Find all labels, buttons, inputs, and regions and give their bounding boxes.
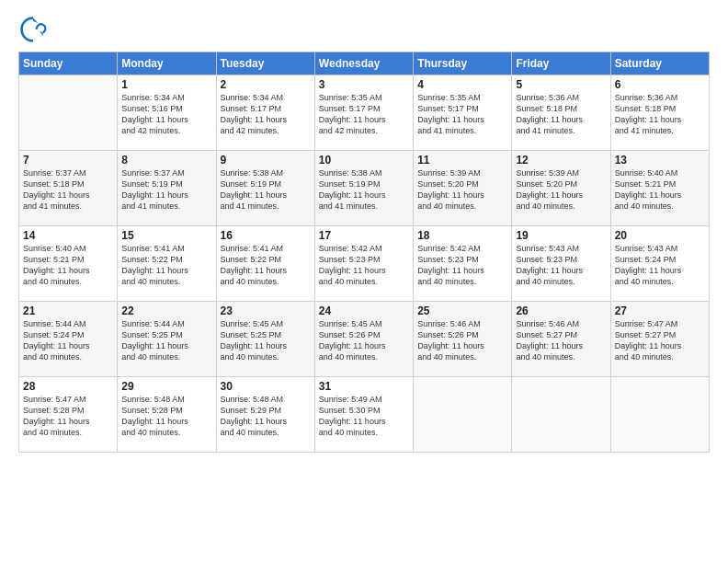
day-info: Sunrise: 5:46 AM Sunset: 5:26 PM Dayligh…: [417, 318, 507, 363]
calendar-cell: 3Sunrise: 5:35 AM Sunset: 5:17 PM Daylig…: [314, 75, 413, 151]
day-number: 19: [516, 229, 606, 242]
day-number: 10: [319, 154, 409, 167]
day-number: 11: [417, 154, 507, 167]
day-info: Sunrise: 5:40 AM Sunset: 5:21 PM Dayligh…: [23, 243, 113, 288]
day-info: Sunrise: 5:47 AM Sunset: 5:28 PM Dayligh…: [23, 394, 113, 439]
calendar-cell: [512, 377, 610, 453]
calendar-cell: 8Sunrise: 5:37 AM Sunset: 5:19 PM Daylig…: [118, 151, 216, 226]
calendar-cell: 28Sunrise: 5:47 AM Sunset: 5:28 PM Dayli…: [19, 377, 118, 453]
weekday-header-row: SundayMondayTuesdayWednesdayThursdayFrid…: [19, 52, 710, 75]
weekday-header-saturday: Saturday: [610, 52, 709, 75]
calendar-cell: 15Sunrise: 5:41 AM Sunset: 5:22 PM Dayli…: [118, 226, 216, 302]
day-info: Sunrise: 5:36 AM Sunset: 5:18 PM Dayligh…: [615, 92, 705, 137]
calendar-cell: 1Sunrise: 5:34 AM Sunset: 5:16 PM Daylig…: [118, 75, 216, 151]
day-number: 31: [319, 380, 409, 393]
day-number: 18: [417, 229, 507, 242]
weekday-header-thursday: Thursday: [414, 52, 512, 75]
calendar-cell: 24Sunrise: 5:45 AM Sunset: 5:26 PM Dayli…: [314, 302, 413, 377]
calendar-cell: [414, 377, 512, 453]
calendar-cell: 31Sunrise: 5:49 AM Sunset: 5:30 PM Dayli…: [314, 377, 413, 453]
day-number: 12: [516, 154, 606, 167]
day-number: 21: [23, 304, 113, 317]
day-info: Sunrise: 5:39 AM Sunset: 5:20 PM Dayligh…: [516, 167, 606, 213]
day-info: Sunrise: 5:34 AM Sunset: 5:16 PM Dayligh…: [121, 92, 211, 137]
day-number: 29: [121, 380, 211, 393]
day-info: Sunrise: 5:37 AM Sunset: 5:19 PM Dayligh…: [121, 167, 211, 213]
day-number: 16: [221, 229, 311, 242]
day-info: Sunrise: 5:48 AM Sunset: 5:28 PM Dayligh…: [121, 394, 211, 439]
day-number: 23: [221, 304, 311, 317]
day-info: Sunrise: 5:47 AM Sunset: 5:27 PM Dayligh…: [615, 318, 705, 363]
calendar-cell: 11Sunrise: 5:39 AM Sunset: 5:20 PM Dayli…: [414, 151, 512, 226]
day-number: 27: [615, 304, 705, 317]
day-info: Sunrise: 5:44 AM Sunset: 5:24 PM Dayligh…: [23, 318, 113, 363]
day-number: 4: [417, 78, 507, 91]
calendar-cell: 16Sunrise: 5:41 AM Sunset: 5:22 PM Dayli…: [216, 226, 314, 302]
day-info: Sunrise: 5:38 AM Sunset: 5:19 PM Dayligh…: [221, 167, 311, 213]
day-number: 26: [516, 304, 606, 317]
calendar-cell: 13Sunrise: 5:40 AM Sunset: 5:21 PM Dayli…: [610, 151, 709, 226]
day-number: 25: [417, 304, 507, 317]
day-info: Sunrise: 5:43 AM Sunset: 5:24 PM Dayligh…: [615, 243, 705, 288]
day-info: Sunrise: 5:38 AM Sunset: 5:19 PM Dayligh…: [319, 167, 409, 213]
day-number: 2: [221, 78, 311, 91]
day-info: Sunrise: 5:48 AM Sunset: 5:29 PM Dayligh…: [221, 394, 311, 439]
day-number: 15: [121, 229, 211, 242]
week-row-2: 7Sunrise: 5:37 AM Sunset: 5:18 PM Daylig…: [19, 151, 710, 226]
calendar-cell: 23Sunrise: 5:45 AM Sunset: 5:25 PM Dayli…: [216, 302, 314, 377]
day-number: 24: [319, 304, 409, 317]
day-number: 30: [221, 380, 311, 393]
day-number: 1: [121, 78, 211, 91]
logo-icon: [18, 15, 48, 44]
day-info: Sunrise: 5:35 AM Sunset: 5:17 PM Dayligh…: [417, 92, 507, 137]
day-info: Sunrise: 5:46 AM Sunset: 5:27 PM Dayligh…: [516, 318, 606, 363]
day-info: Sunrise: 5:44 AM Sunset: 5:25 PM Dayligh…: [121, 318, 211, 363]
week-row-3: 14Sunrise: 5:40 AM Sunset: 5:21 PM Dayli…: [19, 226, 710, 302]
day-number: 3: [319, 78, 409, 91]
weekday-header-wednesday: Wednesday: [314, 52, 413, 75]
logo: [18, 15, 51, 44]
calendar-cell: 5Sunrise: 5:36 AM Sunset: 5:18 PM Daylig…: [512, 75, 610, 151]
day-info: Sunrise: 5:42 AM Sunset: 5:23 PM Dayligh…: [417, 243, 507, 288]
calendar-cell: 22Sunrise: 5:44 AM Sunset: 5:25 PM Dayli…: [118, 302, 216, 377]
calendar-cell: 2Sunrise: 5:34 AM Sunset: 5:17 PM Daylig…: [216, 75, 314, 151]
day-number: 17: [319, 229, 409, 242]
calendar-cell: 6Sunrise: 5:36 AM Sunset: 5:18 PM Daylig…: [610, 75, 709, 151]
calendar-cell: [19, 75, 118, 151]
day-number: 5: [516, 78, 606, 91]
weekday-header-monday: Monday: [118, 52, 216, 75]
day-number: 7: [23, 154, 113, 167]
week-row-5: 28Sunrise: 5:47 AM Sunset: 5:28 PM Dayli…: [19, 377, 710, 453]
day-info: Sunrise: 5:41 AM Sunset: 5:22 PM Dayligh…: [121, 243, 211, 288]
week-row-4: 21Sunrise: 5:44 AM Sunset: 5:24 PM Dayli…: [19, 302, 710, 377]
day-number: 6: [615, 78, 705, 91]
day-info: Sunrise: 5:35 AM Sunset: 5:17 PM Dayligh…: [319, 92, 409, 137]
day-info: Sunrise: 5:45 AM Sunset: 5:25 PM Dayligh…: [221, 318, 311, 363]
day-number: 8: [121, 154, 211, 167]
calendar-cell: 18Sunrise: 5:42 AM Sunset: 5:23 PM Dayli…: [414, 226, 512, 302]
weekday-header-tuesday: Tuesday: [216, 52, 314, 75]
calendar-cell: 4Sunrise: 5:35 AM Sunset: 5:17 PM Daylig…: [414, 75, 512, 151]
day-number: 28: [23, 380, 113, 393]
header: [18, 15, 710, 44]
calendar-cell: 25Sunrise: 5:46 AM Sunset: 5:26 PM Dayli…: [414, 302, 512, 377]
day-info: Sunrise: 5:45 AM Sunset: 5:26 PM Dayligh…: [319, 318, 409, 363]
weekday-header-friday: Friday: [512, 52, 610, 75]
calendar-cell: 19Sunrise: 5:43 AM Sunset: 5:23 PM Dayli…: [512, 226, 610, 302]
calendar-cell: 21Sunrise: 5:44 AM Sunset: 5:24 PM Dayli…: [19, 302, 118, 377]
calendar: SundayMondayTuesdayWednesdayThursdayFrid…: [18, 52, 710, 453]
calendar-cell: [610, 377, 709, 453]
calendar-cell: 10Sunrise: 5:38 AM Sunset: 5:19 PM Dayli…: [314, 151, 413, 226]
calendar-cell: 12Sunrise: 5:39 AM Sunset: 5:20 PM Dayli…: [512, 151, 610, 226]
calendar-cell: 17Sunrise: 5:42 AM Sunset: 5:23 PM Dayli…: [314, 226, 413, 302]
day-info: Sunrise: 5:40 AM Sunset: 5:21 PM Dayligh…: [615, 167, 705, 213]
calendar-cell: 27Sunrise: 5:47 AM Sunset: 5:27 PM Dayli…: [610, 302, 709, 377]
day-info: Sunrise: 5:37 AM Sunset: 5:18 PM Dayligh…: [23, 167, 113, 213]
day-number: 20: [615, 229, 705, 242]
day-number: 14: [23, 229, 113, 242]
day-info: Sunrise: 5:49 AM Sunset: 5:30 PM Dayligh…: [319, 394, 409, 439]
day-info: Sunrise: 5:43 AM Sunset: 5:23 PM Dayligh…: [516, 243, 606, 288]
day-info: Sunrise: 5:39 AM Sunset: 5:20 PM Dayligh…: [417, 167, 507, 213]
weekday-header-sunday: Sunday: [19, 52, 118, 75]
calendar-cell: 7Sunrise: 5:37 AM Sunset: 5:18 PM Daylig…: [19, 151, 118, 226]
